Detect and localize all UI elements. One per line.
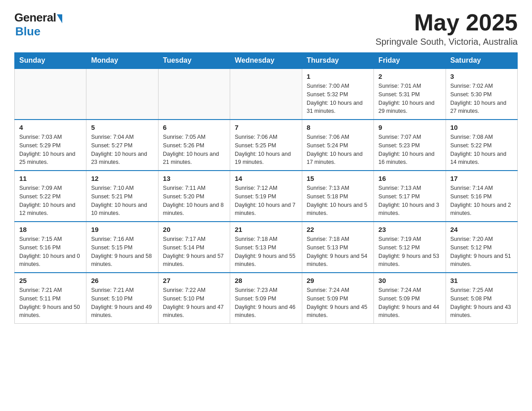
day-info: Sunrise: 7:10 AM Sunset: 5:21 PM Dayligh… xyxy=(91,184,153,218)
calendar-cell: 26Sunrise: 7:21 AM Sunset: 5:10 PM Dayli… xyxy=(86,273,158,324)
calendar-cell: 4Sunrise: 7:03 AM Sunset: 5:29 PM Daylig… xyxy=(15,120,86,171)
day-number: 7 xyxy=(235,124,297,131)
day-info: Sunrise: 7:09 AM Sunset: 5:22 PM Dayligh… xyxy=(19,184,82,218)
calendar-header-monday: Monday xyxy=(86,53,158,69)
day-number: 29 xyxy=(307,277,369,284)
day-info: Sunrise: 7:25 AM Sunset: 5:08 PM Dayligh… xyxy=(450,286,513,320)
calendar-week-row: 18Sunrise: 7:15 AM Sunset: 5:16 PM Dayli… xyxy=(15,222,518,273)
day-number: 22 xyxy=(307,226,369,233)
day-number: 20 xyxy=(163,226,225,233)
day-number: 25 xyxy=(19,277,82,284)
day-info: Sunrise: 7:19 AM Sunset: 5:12 PM Dayligh… xyxy=(378,235,441,269)
calendar-header-friday: Friday xyxy=(374,53,446,69)
calendar-cell: 19Sunrise: 7:16 AM Sunset: 5:15 PM Dayli… xyxy=(86,222,158,273)
calendar-cell xyxy=(158,68,230,120)
calendar-cell: 5Sunrise: 7:04 AM Sunset: 5:27 PM Daylig… xyxy=(86,120,158,171)
day-number: 18 xyxy=(19,226,82,233)
calendar-header-thursday: Thursday xyxy=(302,53,373,69)
day-info: Sunrise: 7:07 AM Sunset: 5:23 PM Dayligh… xyxy=(378,133,441,167)
day-info: Sunrise: 7:21 AM Sunset: 5:10 PM Dayligh… xyxy=(91,286,153,320)
calendar-header-sunday: Sunday xyxy=(15,53,86,69)
calendar-cell: 15Sunrise: 7:13 AM Sunset: 5:18 PM Dayli… xyxy=(302,171,373,222)
calendar-cell: 23Sunrise: 7:19 AM Sunset: 5:12 PM Dayli… xyxy=(374,222,446,273)
day-number: 1 xyxy=(307,73,369,80)
calendar-cell: 6Sunrise: 7:05 AM Sunset: 5:26 PM Daylig… xyxy=(158,120,230,171)
calendar-header-tuesday: Tuesday xyxy=(158,53,230,69)
calendar-cell: 31Sunrise: 7:25 AM Sunset: 5:08 PM Dayli… xyxy=(446,273,517,324)
calendar-cell xyxy=(86,68,158,120)
day-number: 15 xyxy=(307,175,369,182)
day-number: 8 xyxy=(307,124,369,131)
day-info: Sunrise: 7:15 AM Sunset: 5:16 PM Dayligh… xyxy=(19,235,82,269)
calendar-week-row: 25Sunrise: 7:21 AM Sunset: 5:11 PM Dayli… xyxy=(15,273,518,324)
calendar-cell: 30Sunrise: 7:24 AM Sunset: 5:09 PM Dayli… xyxy=(374,273,446,324)
calendar-cell xyxy=(230,68,302,120)
day-info: Sunrise: 7:18 AM Sunset: 5:13 PM Dayligh… xyxy=(235,235,297,269)
calendar-cell: 7Sunrise: 7:06 AM Sunset: 5:25 PM Daylig… xyxy=(230,120,302,171)
calendar-cell: 14Sunrise: 7:12 AM Sunset: 5:19 PM Dayli… xyxy=(230,171,302,222)
calendar-cell: 21Sunrise: 7:18 AM Sunset: 5:13 PM Dayli… xyxy=(230,222,302,273)
day-info: Sunrise: 7:16 AM Sunset: 5:15 PM Dayligh… xyxy=(91,235,153,269)
day-number: 13 xyxy=(163,175,225,182)
title-block: May 2025 Springvale South, Victoria, Aus… xyxy=(375,11,518,47)
logo-blue-text: Blue xyxy=(15,25,40,39)
day-number: 14 xyxy=(235,175,297,182)
calendar-cell: 17Sunrise: 7:14 AM Sunset: 5:16 PM Dayli… xyxy=(446,171,517,222)
day-number: 10 xyxy=(450,124,513,131)
logo: General Blue xyxy=(14,11,62,39)
day-info: Sunrise: 7:06 AM Sunset: 5:24 PM Dayligh… xyxy=(307,133,369,167)
day-info: Sunrise: 7:12 AM Sunset: 5:19 PM Dayligh… xyxy=(235,184,297,218)
calendar-cell: 24Sunrise: 7:20 AM Sunset: 5:12 PM Dayli… xyxy=(446,222,517,273)
day-info: Sunrise: 7:22 AM Sunset: 5:10 PM Dayligh… xyxy=(163,286,225,320)
logo-general-text: General xyxy=(14,11,56,25)
day-info: Sunrise: 7:11 AM Sunset: 5:20 PM Dayligh… xyxy=(163,184,225,218)
day-number: 3 xyxy=(450,73,513,80)
day-number: 27 xyxy=(163,277,225,284)
calendar-week-row: 4Sunrise: 7:03 AM Sunset: 5:29 PM Daylig… xyxy=(15,120,518,171)
calendar-week-row: 1Sunrise: 7:00 AM Sunset: 5:32 PM Daylig… xyxy=(15,68,518,120)
calendar-cell: 2Sunrise: 7:01 AM Sunset: 5:31 PM Daylig… xyxy=(374,68,446,120)
day-info: Sunrise: 7:01 AM Sunset: 5:31 PM Dayligh… xyxy=(378,82,441,116)
calendar-cell: 3Sunrise: 7:02 AM Sunset: 5:30 PM Daylig… xyxy=(446,68,517,120)
logo-arrow-icon xyxy=(57,14,62,23)
calendar-cell: 10Sunrise: 7:08 AM Sunset: 5:22 PM Dayli… xyxy=(446,120,517,171)
day-info: Sunrise: 7:17 AM Sunset: 5:14 PM Dayligh… xyxy=(163,235,225,269)
day-number: 11 xyxy=(19,175,82,182)
day-info: Sunrise: 7:24 AM Sunset: 5:09 PM Dayligh… xyxy=(307,286,369,320)
day-number: 19 xyxy=(91,226,153,233)
location-subtitle: Springvale South, Victoria, Australia xyxy=(375,37,518,47)
day-number: 2 xyxy=(378,73,441,80)
calendar-table: SundayMondayTuesdayWednesdayThursdayFrid… xyxy=(14,52,518,324)
calendar-cell xyxy=(15,68,86,120)
day-number: 17 xyxy=(450,175,513,182)
day-info: Sunrise: 7:06 AM Sunset: 5:25 PM Dayligh… xyxy=(235,133,297,167)
day-number: 6 xyxy=(163,124,225,131)
day-number: 23 xyxy=(378,226,441,233)
calendar-cell: 8Sunrise: 7:06 AM Sunset: 5:24 PM Daylig… xyxy=(302,120,373,171)
day-info: Sunrise: 7:03 AM Sunset: 5:29 PM Dayligh… xyxy=(19,133,82,167)
day-info: Sunrise: 7:24 AM Sunset: 5:09 PM Dayligh… xyxy=(378,286,441,320)
calendar-cell: 27Sunrise: 7:22 AM Sunset: 5:10 PM Dayli… xyxy=(158,273,230,324)
day-number: 24 xyxy=(450,226,513,233)
month-year-title: May 2025 xyxy=(375,11,518,34)
day-info: Sunrise: 7:13 AM Sunset: 5:17 PM Dayligh… xyxy=(378,184,441,218)
calendar-cell: 29Sunrise: 7:24 AM Sunset: 5:09 PM Dayli… xyxy=(302,273,373,324)
day-info: Sunrise: 7:20 AM Sunset: 5:12 PM Dayligh… xyxy=(450,235,513,269)
calendar-cell: 16Sunrise: 7:13 AM Sunset: 5:17 PM Dayli… xyxy=(374,171,446,222)
day-number: 28 xyxy=(235,277,297,284)
calendar-header-saturday: Saturday xyxy=(446,53,517,69)
calendar-cell: 12Sunrise: 7:10 AM Sunset: 5:21 PM Dayli… xyxy=(86,171,158,222)
day-info: Sunrise: 7:00 AM Sunset: 5:32 PM Dayligh… xyxy=(307,82,369,116)
calendar-cell: 20Sunrise: 7:17 AM Sunset: 5:14 PM Dayli… xyxy=(158,222,230,273)
calendar-header-wednesday: Wednesday xyxy=(230,53,302,69)
calendar-cell: 18Sunrise: 7:15 AM Sunset: 5:16 PM Dayli… xyxy=(15,222,86,273)
day-number: 4 xyxy=(19,124,82,131)
calendar-cell: 11Sunrise: 7:09 AM Sunset: 5:22 PM Dayli… xyxy=(15,171,86,222)
calendar-cell: 28Sunrise: 7:23 AM Sunset: 5:09 PM Dayli… xyxy=(230,273,302,324)
day-info: Sunrise: 7:13 AM Sunset: 5:18 PM Dayligh… xyxy=(307,184,369,218)
calendar-header-row: SundayMondayTuesdayWednesdayThursdayFrid… xyxy=(15,53,518,69)
day-number: 31 xyxy=(450,277,513,284)
day-number: 26 xyxy=(91,277,153,284)
day-info: Sunrise: 7:18 AM Sunset: 5:13 PM Dayligh… xyxy=(307,235,369,269)
day-info: Sunrise: 7:21 AM Sunset: 5:11 PM Dayligh… xyxy=(19,286,82,320)
